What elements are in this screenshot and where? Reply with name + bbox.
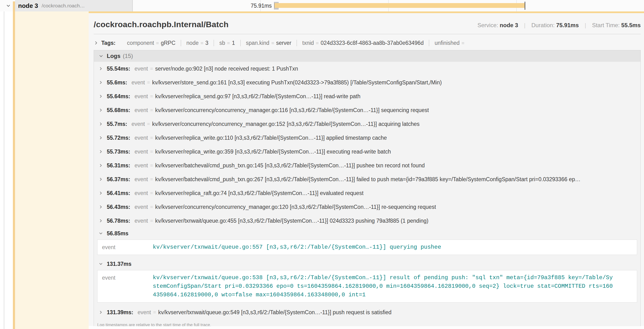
tags-toggle[interactable]: Tags: — [94, 40, 122, 46]
span-detail-panel: /cockroach.roachpb.Internal/Batch Servic… — [89, 13, 644, 326]
span-title: /cockroach.roachpb.Internal/Batch — [94, 20, 228, 29]
log-row-expanded-header[interactable]: 56.85ms — [94, 228, 640, 239]
tag-node: node=3 — [181, 40, 214, 46]
log-row[interactable]: 131.39ms:event=kv/kvserver/txnwait/queue… — [94, 306, 640, 319]
chevron-down-icon[interactable] — [6, 3, 11, 8]
log-detail-card: event kv/kvserver/txnwait/queue.go:557 [… — [97, 240, 637, 255]
logs-header[interactable]: Logs (15) — [94, 50, 640, 62]
tag-unfinished: unfinished= — [429, 40, 472, 46]
span-duration-bar[interactable] — [274, 3, 525, 8]
tags-row: Tags: component=gRPC node=3 sb=1 span.ki… — [94, 38, 641, 48]
chevron-right-icon — [99, 191, 103, 195]
log-field-label: event — [98, 243, 153, 252]
detail-panel-accent-border — [89, 12, 644, 13]
log-row[interactable]: 55.68ms:event=kv/kvserver/concurrency/co… — [94, 103, 640, 117]
service-label: Service: — [478, 22, 498, 28]
chevron-down-icon — [99, 262, 103, 266]
log-field-value: kv/kvserver/txnwait/queue.go:557 [n3,s3,… — [153, 243, 446, 252]
chevron-right-icon — [99, 108, 103, 112]
chevron-down-icon — [99, 231, 103, 236]
span-service-name: node 3 — [18, 2, 38, 10]
start-time-label: Start Time: — [592, 22, 620, 28]
log-field-label: event — [98, 274, 153, 299]
chevron-right-icon — [99, 177, 103, 182]
tag-sb: sb=1 — [214, 40, 240, 46]
selected-span-row-tint — [15, 12, 89, 329]
log-row-expanded-header[interactable]: 131.37ms — [94, 258, 640, 270]
span-color-bar — [13, 2, 15, 329]
span-meta: Service: node 3 | Duration: 75.91ms | St… — [478, 22, 641, 28]
log-row[interactable]: 56.41ms:event=kv/kvserver/replica_raft.g… — [94, 186, 640, 200]
span-operation-name: /cockroach.roach… — [42, 3, 85, 8]
tag-txnid: txnid=024d3323-6c8f-4863-aa8b-37ab0e6349… — [297, 40, 429, 46]
start-time-value: 55.5ms — [621, 22, 641, 28]
log-row[interactable]: 56.31ms:event=kv/kvserver/batcheval/cmd_… — [94, 158, 640, 172]
logs-title: Logs — [107, 53, 120, 59]
meta-divider: | — [585, 22, 586, 28]
log-row[interactable]: 55.7ms:event=kv/kvserver/concurrency/con… — [94, 117, 640, 131]
chevron-right-icon — [99, 80, 103, 85]
tags-label: Tags: — [101, 40, 116, 46]
chevron-right-icon — [99, 218, 103, 223]
header-divider — [94, 34, 641, 34]
chevron-right-icon — [99, 205, 103, 209]
span-name-cell[interactable]: node 3 /cockroach.roach… — [15, 0, 132, 12]
logs-section: Logs (15) 55.54ms:event=server/node.go:9… — [94, 50, 641, 329]
chevron-right-icon — [99, 122, 103, 126]
chevron-right-icon — [94, 40, 98, 45]
log-row[interactable]: 55.72ms:event=kv/kvserver/replica_write.… — [94, 131, 640, 145]
detail-header: /cockroach.roachpb.Internal/Batch Servic… — [94, 13, 641, 29]
meta-divider: | — [524, 22, 526, 28]
chevron-right-icon — [99, 66, 103, 71]
chevron-right-icon — [99, 310, 103, 314]
trace-left-rule — [4, 0, 4, 329]
logs-count: (15) — [123, 53, 133, 59]
duration-value: 75.91ms — [556, 22, 579, 28]
log-row[interactable]: 55.73ms:event=kv/kvserver/replica_write.… — [94, 145, 640, 158]
chevron-right-icon — [99, 136, 103, 140]
chevron-right-icon — [99, 94, 103, 98]
chevron-down-icon — [99, 54, 104, 58]
log-row[interactable]: 55.6ms:event=kv/kvserver/store_send.go:1… — [94, 76, 640, 90]
log-marker-tick-end — [524, 2, 525, 10]
name-column-divider[interactable] — [132, 0, 133, 12]
log-row[interactable]: 56.43ms:event=kv/kvserver/concurrency/co… — [94, 200, 640, 214]
chevron-right-icon — [99, 150, 103, 154]
tag-component: component=gRPC — [122, 40, 181, 46]
log-detail-card: event kv/kvserver/txnwait/queue.go:538 [… — [97, 270, 637, 302]
log-field-value: kv/kvserver/txnwait/queue.go:538 [n3,s3,… — [153, 274, 620, 299]
chevron-right-icon — [99, 163, 103, 168]
span-row[interactable]: node 3 /cockroach.roach… 75.91ms — [0, 0, 644, 12]
log-row[interactable]: 55.64ms:event=kv/kvserver/replica_send.g… — [94, 90, 640, 103]
span-duration-label: 75.91ms — [229, 0, 272, 12]
panel-bottom-strip — [89, 326, 644, 329]
log-row[interactable]: 56.37ms:event=kv/kvserver/batcheval/cmd_… — [94, 172, 640, 186]
service-value: node 3 — [500, 22, 518, 28]
log-row[interactable]: 56.78ms:event=kv/kvserver/txnwait/queue.… — [94, 214, 640, 228]
tag-span-kind: span.kind=server — [241, 40, 297, 46]
duration-label: Duration: — [532, 22, 554, 28]
log-row[interactable]: 55.54ms:event=server/node.go:902 [n3] no… — [94, 62, 640, 76]
